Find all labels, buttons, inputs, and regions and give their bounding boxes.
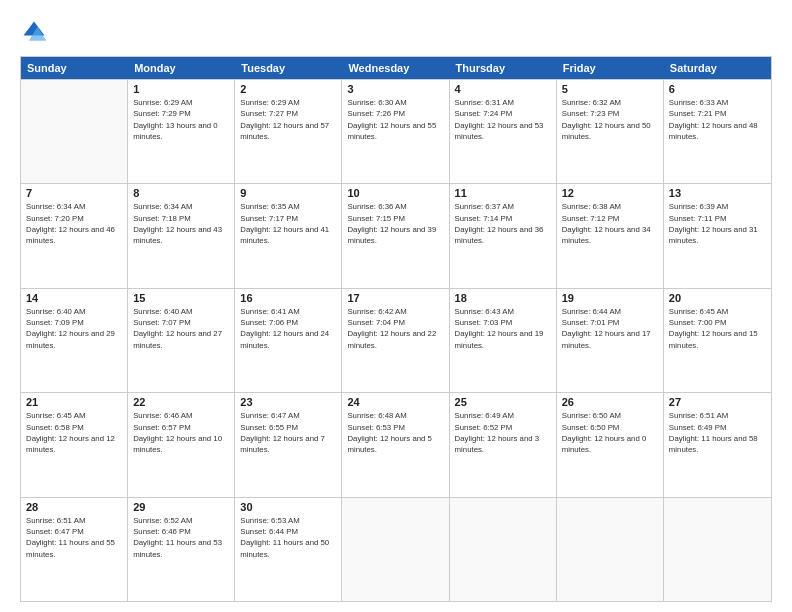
- cell-info: Sunrise: 6:38 AMSunset: 7:12 PMDaylight:…: [562, 201, 658, 246]
- day-number: 4: [455, 83, 551, 95]
- calendar-cell: 15Sunrise: 6:40 AMSunset: 7:07 PMDayligh…: [128, 289, 235, 392]
- cell-info: Sunrise: 6:32 AMSunset: 7:23 PMDaylight:…: [562, 97, 658, 142]
- calendar-cell: [664, 498, 771, 601]
- logo: [20, 18, 52, 46]
- calendar-cell: 23Sunrise: 6:47 AMSunset: 6:55 PMDayligh…: [235, 393, 342, 496]
- header-day-saturday: Saturday: [664, 57, 771, 79]
- cell-info: Sunrise: 6:51 AMSunset: 6:47 PMDaylight:…: [26, 515, 122, 560]
- calendar-cell: 8Sunrise: 6:34 AMSunset: 7:18 PMDaylight…: [128, 184, 235, 287]
- cell-info: Sunrise: 6:45 AMSunset: 6:58 PMDaylight:…: [26, 410, 122, 455]
- cell-info: Sunrise: 6:50 AMSunset: 6:50 PMDaylight:…: [562, 410, 658, 455]
- calendar-cell: 28Sunrise: 6:51 AMSunset: 6:47 PMDayligh…: [21, 498, 128, 601]
- cell-info: Sunrise: 6:37 AMSunset: 7:14 PMDaylight:…: [455, 201, 551, 246]
- calendar-cell: 27Sunrise: 6:51 AMSunset: 6:49 PMDayligh…: [664, 393, 771, 496]
- calendar-cell: 26Sunrise: 6:50 AMSunset: 6:50 PMDayligh…: [557, 393, 664, 496]
- day-number: 17: [347, 292, 443, 304]
- day-number: 23: [240, 396, 336, 408]
- cell-info: Sunrise: 6:42 AMSunset: 7:04 PMDaylight:…: [347, 306, 443, 351]
- day-number: 22: [133, 396, 229, 408]
- day-number: 13: [669, 187, 766, 199]
- calendar-cell: 1Sunrise: 6:29 AMSunset: 7:29 PMDaylight…: [128, 80, 235, 183]
- cell-info: Sunrise: 6:34 AMSunset: 7:20 PMDaylight:…: [26, 201, 122, 246]
- cell-info: Sunrise: 6:40 AMSunset: 7:07 PMDaylight:…: [133, 306, 229, 351]
- header-day-sunday: Sunday: [21, 57, 128, 79]
- calendar: SundayMondayTuesdayWednesdayThursdayFrid…: [20, 56, 772, 602]
- page: SundayMondayTuesdayWednesdayThursdayFrid…: [0, 0, 792, 612]
- cell-info: Sunrise: 6:49 AMSunset: 6:52 PMDaylight:…: [455, 410, 551, 455]
- day-number: 29: [133, 501, 229, 513]
- calendar-cell: 7Sunrise: 6:34 AMSunset: 7:20 PMDaylight…: [21, 184, 128, 287]
- calendar-cell: 18Sunrise: 6:43 AMSunset: 7:03 PMDayligh…: [450, 289, 557, 392]
- calendar-row-3: 21Sunrise: 6:45 AMSunset: 6:58 PMDayligh…: [21, 392, 771, 496]
- cell-info: Sunrise: 6:47 AMSunset: 6:55 PMDaylight:…: [240, 410, 336, 455]
- cell-info: Sunrise: 6:29 AMSunset: 7:27 PMDaylight:…: [240, 97, 336, 142]
- calendar-cell: 3Sunrise: 6:30 AMSunset: 7:26 PMDaylight…: [342, 80, 449, 183]
- calendar-header: SundayMondayTuesdayWednesdayThursdayFrid…: [21, 57, 771, 79]
- calendar-cell: 21Sunrise: 6:45 AMSunset: 6:58 PMDayligh…: [21, 393, 128, 496]
- calendar-row-4: 28Sunrise: 6:51 AMSunset: 6:47 PMDayligh…: [21, 497, 771, 601]
- calendar-cell: 13Sunrise: 6:39 AMSunset: 7:11 PMDayligh…: [664, 184, 771, 287]
- calendar-body: 1Sunrise: 6:29 AMSunset: 7:29 PMDaylight…: [21, 79, 771, 601]
- cell-info: Sunrise: 6:52 AMSunset: 6:46 PMDaylight:…: [133, 515, 229, 560]
- cell-info: Sunrise: 6:46 AMSunset: 6:57 PMDaylight:…: [133, 410, 229, 455]
- cell-info: Sunrise: 6:35 AMSunset: 7:17 PMDaylight:…: [240, 201, 336, 246]
- header-day-friday: Friday: [557, 57, 664, 79]
- cell-info: Sunrise: 6:31 AMSunset: 7:24 PMDaylight:…: [455, 97, 551, 142]
- day-number: 5: [562, 83, 658, 95]
- calendar-cell: 4Sunrise: 6:31 AMSunset: 7:24 PMDaylight…: [450, 80, 557, 183]
- calendar-cell: 17Sunrise: 6:42 AMSunset: 7:04 PMDayligh…: [342, 289, 449, 392]
- day-number: 7: [26, 187, 122, 199]
- cell-info: Sunrise: 6:48 AMSunset: 6:53 PMDaylight:…: [347, 410, 443, 455]
- cell-info: Sunrise: 6:45 AMSunset: 7:00 PMDaylight:…: [669, 306, 766, 351]
- header-day-tuesday: Tuesday: [235, 57, 342, 79]
- calendar-cell: 19Sunrise: 6:44 AMSunset: 7:01 PMDayligh…: [557, 289, 664, 392]
- cell-info: Sunrise: 6:41 AMSunset: 7:06 PMDaylight:…: [240, 306, 336, 351]
- cell-info: Sunrise: 6:40 AMSunset: 7:09 PMDaylight:…: [26, 306, 122, 351]
- logo-icon: [20, 18, 48, 46]
- calendar-cell: 30Sunrise: 6:53 AMSunset: 6:44 PMDayligh…: [235, 498, 342, 601]
- day-number: 19: [562, 292, 658, 304]
- cell-info: Sunrise: 6:34 AMSunset: 7:18 PMDaylight:…: [133, 201, 229, 246]
- day-number: 21: [26, 396, 122, 408]
- calendar-cell: [342, 498, 449, 601]
- calendar-cell: [557, 498, 664, 601]
- calendar-cell: 11Sunrise: 6:37 AMSunset: 7:14 PMDayligh…: [450, 184, 557, 287]
- header-day-monday: Monday: [128, 57, 235, 79]
- cell-info: Sunrise: 6:44 AMSunset: 7:01 PMDaylight:…: [562, 306, 658, 351]
- calendar-cell: 12Sunrise: 6:38 AMSunset: 7:12 PMDayligh…: [557, 184, 664, 287]
- calendar-cell: 22Sunrise: 6:46 AMSunset: 6:57 PMDayligh…: [128, 393, 235, 496]
- day-number: 9: [240, 187, 336, 199]
- day-number: 30: [240, 501, 336, 513]
- cell-info: Sunrise: 6:51 AMSunset: 6:49 PMDaylight:…: [669, 410, 766, 455]
- day-number: 28: [26, 501, 122, 513]
- calendar-cell: 29Sunrise: 6:52 AMSunset: 6:46 PMDayligh…: [128, 498, 235, 601]
- day-number: 10: [347, 187, 443, 199]
- calendar-cell: 6Sunrise: 6:33 AMSunset: 7:21 PMDaylight…: [664, 80, 771, 183]
- day-number: 8: [133, 187, 229, 199]
- calendar-cell: 24Sunrise: 6:48 AMSunset: 6:53 PMDayligh…: [342, 393, 449, 496]
- calendar-cell: [450, 498, 557, 601]
- calendar-cell: 9Sunrise: 6:35 AMSunset: 7:17 PMDaylight…: [235, 184, 342, 287]
- calendar-row-1: 7Sunrise: 6:34 AMSunset: 7:20 PMDaylight…: [21, 183, 771, 287]
- cell-info: Sunrise: 6:43 AMSunset: 7:03 PMDaylight:…: [455, 306, 551, 351]
- calendar-cell: [21, 80, 128, 183]
- header-day-wednesday: Wednesday: [342, 57, 449, 79]
- day-number: 20: [669, 292, 766, 304]
- day-number: 1: [133, 83, 229, 95]
- calendar-row-2: 14Sunrise: 6:40 AMSunset: 7:09 PMDayligh…: [21, 288, 771, 392]
- header-day-thursday: Thursday: [450, 57, 557, 79]
- day-number: 18: [455, 292, 551, 304]
- calendar-cell: 14Sunrise: 6:40 AMSunset: 7:09 PMDayligh…: [21, 289, 128, 392]
- cell-info: Sunrise: 6:30 AMSunset: 7:26 PMDaylight:…: [347, 97, 443, 142]
- day-number: 24: [347, 396, 443, 408]
- header: [20, 18, 772, 46]
- calendar-cell: 2Sunrise: 6:29 AMSunset: 7:27 PMDaylight…: [235, 80, 342, 183]
- cell-info: Sunrise: 6:39 AMSunset: 7:11 PMDaylight:…: [669, 201, 766, 246]
- day-number: 3: [347, 83, 443, 95]
- day-number: 12: [562, 187, 658, 199]
- cell-info: Sunrise: 6:33 AMSunset: 7:21 PMDaylight:…: [669, 97, 766, 142]
- day-number: 15: [133, 292, 229, 304]
- day-number: 14: [26, 292, 122, 304]
- cell-info: Sunrise: 6:29 AMSunset: 7:29 PMDaylight:…: [133, 97, 229, 142]
- day-number: 26: [562, 396, 658, 408]
